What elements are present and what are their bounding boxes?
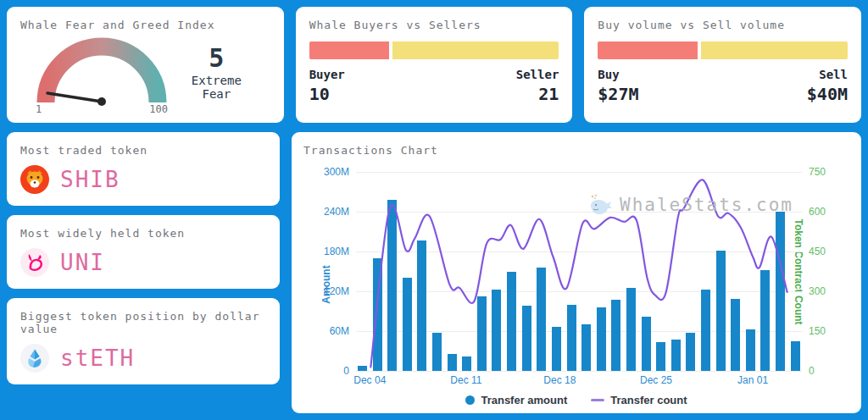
- most-held-card: Most widely held token UNI: [7, 215, 280, 289]
- volumes-title: Buy volume vs Sell volume: [598, 19, 848, 31]
- gauge-arc-icon: [25, 31, 176, 113]
- seller-bar-segment: [392, 41, 559, 59]
- token-column: Most traded token: [7, 132, 280, 413]
- most-held-title: Most widely held token: [20, 227, 266, 240]
- seller-label: Seller: [516, 68, 559, 81]
- fear-greed-label: Extreme Fear: [176, 74, 257, 101]
- x-axis-tick: Dec 11: [450, 374, 481, 386]
- legend-label: Transfer count: [610, 394, 687, 406]
- x-axis-tick: Dec 25: [640, 374, 672, 386]
- transactions-chart-title: Transactions Chart: [303, 144, 849, 157]
- chart-legend: Transfer amountTransfer count: [303, 394, 849, 406]
- dashboard: Whale Fear and Greed Index: [0, 0, 868, 420]
- legend-label: Transfer amount: [481, 394, 567, 406]
- uni-token-icon: [20, 248, 49, 277]
- right-axis-tick: 0: [809, 365, 815, 377]
- legend-item-transfer-amount[interactable]: Transfer amount: [465, 394, 567, 406]
- most-held-token-row[interactable]: UNI: [20, 248, 266, 277]
- transactions-chart-card: Transactions Chart Amount Token Contract…: [292, 132, 861, 413]
- legend-dot-icon: [465, 395, 475, 405]
- gauge-max-label: 100: [149, 103, 168, 115]
- x-axis-tick: Dec 18: [543, 374, 576, 386]
- buyer-bar-segment: [309, 41, 389, 59]
- volumes-card: Buy volume vs Sell volume Buy Sell $27M …: [584, 7, 861, 123]
- x-axis-tick: Dec 04: [353, 374, 386, 386]
- fear-greed-gauge: 1 100: [25, 31, 176, 113]
- gauge-min-label: 1: [36, 103, 42, 115]
- buy-volume-segment: [598, 41, 698, 59]
- left-axis-tick: 120M: [324, 285, 349, 297]
- buyer-label: Buyer: [309, 68, 345, 81]
- left-axis-tick: 60M: [330, 325, 349, 337]
- sell-volume-segment: [701, 41, 848, 59]
- most-held-token-name: UNI: [60, 250, 105, 275]
- left-axis-tick: 240M: [324, 206, 349, 218]
- right-axis-tick: 450: [809, 246, 826, 257]
- most-traded-title: Most traded token: [20, 144, 266, 157]
- legend-line-icon: [591, 399, 604, 401]
- shib-token-icon: [20, 165, 49, 194]
- most-traded-token-row[interactable]: SHIB: [20, 165, 266, 194]
- fear-greed-card: Whale Fear and Greed Index: [7, 7, 284, 123]
- gridline: [356, 371, 802, 372]
- seller-count: 21: [538, 84, 559, 104]
- left-axis-tick: 0: [343, 365, 349, 377]
- legend-item-transfer-count[interactable]: Transfer count: [591, 394, 687, 406]
- right-axis-tick: 750: [809, 166, 826, 178]
- top-row: Whale Fear and Greed Index: [7, 7, 861, 123]
- steth-token-icon: [20, 344, 49, 373]
- buy-volume-value: $27M: [598, 84, 638, 104]
- volumes-bar: [598, 41, 848, 59]
- transfer-count-line: [356, 172, 802, 371]
- sell-label: Sell: [819, 68, 848, 81]
- chart-zone: Amount Token Contract Count 300M750240M6…: [303, 162, 849, 406]
- biggest-position-token-name: stETH: [60, 345, 135, 371]
- x-axis-tick: Jan 01: [737, 374, 768, 386]
- right-axis-tick: 300: [809, 285, 826, 297]
- biggest-position-card: Biggest token position by dollar value s…: [7, 298, 280, 384]
- fear-greed-body: 1 100 5 Extreme Fear: [20, 31, 270, 113]
- left-axis-name: Amount: [320, 265, 332, 303]
- buyers-sellers-card: Whale Buyers vs Sellers Buyer Seller 10 …: [296, 7, 573, 123]
- most-traded-card: Most traded token: [7, 132, 280, 206]
- buyers-sellers-title: Whale Buyers vs Sellers: [309, 19, 559, 31]
- buyers-sellers-bar: [309, 41, 559, 59]
- fear-greed-value-block: 5 Extreme Fear: [176, 44, 265, 101]
- left-axis-tick: 180M: [324, 246, 349, 257]
- x-axis-labels: Dec 04Dec 11Dec 18Dec 25Jan 01: [356, 374, 802, 388]
- fear-greed-title: Whale Fear and Greed Index: [20, 19, 270, 31]
- left-axis-tick: 300M: [324, 166, 349, 178]
- buy-label: Buy: [598, 68, 619, 81]
- biggest-position-token-row[interactable]: stETH: [20, 344, 266, 373]
- right-axis-tick: 150: [809, 325, 826, 337]
- sell-volume-value: $40M: [807, 84, 848, 104]
- gauge-scale: 1 100: [25, 103, 176, 115]
- biggest-position-title: Biggest token position by dollar value: [20, 310, 266, 335]
- main-row: Most traded token: [7, 132, 861, 413]
- buyer-count: 10: [309, 84, 330, 104]
- chart-plot-area[interactable]: 300M750240M600180M450120M30060M15000: [356, 172, 802, 371]
- most-traded-token-name: SHIB: [60, 167, 120, 192]
- right-axis-tick: 600: [809, 206, 826, 218]
- fear-greed-value: 5: [176, 44, 257, 72]
